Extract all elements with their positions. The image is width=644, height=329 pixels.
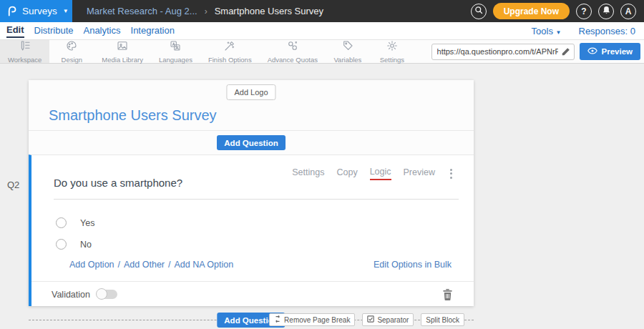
answer-option-row: No [56, 239, 92, 250]
nav-tab-distribute[interactable]: Distribute [34, 25, 74, 37]
upgrade-now-button[interactable]: Upgrade Now [493, 3, 570, 19]
topbar-actions: Upgrade Now ? A [471, 3, 644, 19]
chevron-down-icon: ▼ [63, 8, 69, 14]
tools-dropdown[interactable]: Tools ▼ [532, 26, 562, 36]
option-label[interactable]: Yes [80, 218, 94, 228]
split-block-button[interactable]: Split Block [421, 313, 464, 326]
delete-question-icon[interactable] [442, 288, 454, 301]
toolbar-item-label: Media Library [102, 56, 143, 64]
survey-title[interactable]: Smartphone Users Survey [49, 107, 217, 124]
separator-button[interactable]: Separator [362, 313, 414, 326]
checkbox-checked-icon [367, 315, 374, 324]
toolbar-item-label: Settings [380, 56, 404, 64]
breadcrumb-separator-icon: › [205, 6, 208, 16]
avatar[interactable]: A [620, 4, 636, 19]
settings-icon [386, 40, 398, 54]
product-label: Surveys [22, 6, 57, 16]
nav-tab-edit[interactable]: Edit [6, 24, 24, 38]
chevron-down-icon: ▼ [556, 29, 562, 36]
section-nav: Edit Distribute Analytics Integration To… [0, 22, 644, 40]
toolbar-item-variables[interactable]: Variables [326, 40, 370, 63]
design-icon [66, 40, 77, 54]
option-actions: Add Option / Add Other / Add NA Option [69, 260, 233, 270]
radio-button[interactable] [56, 217, 67, 228]
media-library-icon [117, 40, 128, 54]
split-block-label: Split Block [426, 316, 459, 324]
radio-button[interactable] [56, 239, 67, 250]
notifications-button[interactable] [598, 4, 614, 19]
link-separator: / [168, 260, 170, 270]
toolbar-item-design[interactable]: Design [49, 40, 94, 63]
preview-button[interactable]: Preview [580, 43, 640, 60]
breadcrumb-folder[interactable]: Market Research - Aug 2... [87, 6, 197, 16]
toolbar-item-label: Finish Options [208, 56, 252, 64]
survey-url-input[interactable] [431, 44, 575, 60]
toolbar-item-label: Design [62, 56, 83, 64]
remove-page-break-icon [274, 315, 281, 324]
validation-row: Validation [31, 281, 474, 307]
question-block: Settings Copy Logic Preview Do you use a… [29, 154, 474, 306]
responses-count[interactable]: Responses: 0 [579, 26, 636, 36]
toolbar-item-workspace[interactable]: Workspace [0, 40, 49, 63]
add-option-link[interactable]: Add Option [69, 260, 114, 270]
add-na-option-link[interactable]: Add NA Option [175, 260, 234, 270]
nav-tab-analytics[interactable]: Analytics [83, 25, 120, 37]
option-label[interactable]: No [80, 240, 92, 250]
languages-icon [170, 40, 181, 54]
help-icon: ? [581, 6, 586, 16]
toolbar-item-advance-quotas[interactable]: Advance Quotas [260, 40, 326, 63]
edit-options-in-bulk-link[interactable]: Edit Options in Bulk [374, 260, 452, 270]
search-icon [474, 6, 483, 16]
add-question-band: Add Question [29, 130, 474, 154]
top-bar: Surveys ▼ Market Research - Aug 2... › S… [0, 0, 644, 22]
variables-icon [342, 40, 353, 54]
remove-page-break-label: Remove Page Break [284, 316, 350, 324]
separator-label: Separator [377, 316, 409, 324]
product-switcher[interactable]: Surveys ▼ [0, 0, 72, 22]
toggle-knob [96, 288, 107, 300]
eye-icon [587, 47, 597, 56]
tools-label: Tools [532, 26, 553, 36]
toolbar-item-label: Languages [159, 56, 192, 64]
nav-right: Tools ▼ Responses: 0 [532, 26, 644, 36]
remove-page-break-button[interactable]: Remove Page Break [269, 313, 355, 326]
toolbar-item-finish-options[interactable]: Finish Options [200, 40, 260, 63]
toolbar-item-label: Workspace [8, 56, 42, 64]
toolbar-item-label: Advance Quotas [268, 56, 318, 64]
help-button[interactable]: ? [576, 4, 592, 19]
avatar-initial: A [625, 6, 632, 16]
survey-header-section: Add Logo Smartphone Users Survey [29, 80, 474, 130]
nav-tab-integration[interactable]: Integration [131, 25, 175, 37]
link-separator: / [118, 260, 120, 270]
breadcrumb: Market Research - Aug 2... › Smartphone … [87, 6, 323, 16]
answer-option-row: Yes [56, 217, 94, 228]
workspace-icon [19, 40, 31, 54]
breadcrumb-survey-name[interactable]: Smartphone Users Survey [215, 6, 323, 16]
edit-url-icon[interactable] [561, 46, 571, 57]
toolbar-item-media-library[interactable]: Media Library [94, 40, 151, 63]
preview-label: Preview [602, 47, 633, 56]
toolbar-item-label: Variables [333, 56, 361, 64]
validation-label: Validation [52, 290, 90, 300]
search-button[interactable] [471, 4, 487, 19]
toolbar-right: Preview [431, 40, 644, 63]
advance-quotas-icon [287, 40, 298, 54]
toolbar-item-settings[interactable]: Settings [370, 40, 414, 63]
add-logo-button[interactable]: Add Logo [226, 84, 275, 100]
questionpro-logo-icon [6, 4, 17, 19]
add-question-button-top[interactable]: Add Question [217, 135, 285, 150]
page-break-row: Add Question Remove Page Break Separator… [29, 313, 474, 328]
page-break-controls: Remove Page Break Separator Split Block [269, 313, 464, 326]
question-text[interactable]: Do you use a smartphone? [54, 177, 459, 200]
question-number: Q2 [7, 180, 19, 190]
survey-card: Add Logo Smartphone Users Survey Add Que… [29, 80, 474, 306]
editor-canvas: Q2 Add Logo Smartphone Users Survey Add … [0, 64, 644, 329]
finish-options-icon [224, 40, 235, 54]
validation-toggle[interactable] [97, 290, 117, 299]
editor-toolbar: Workspace Design Media Library Languages… [0, 40, 644, 64]
toolbar-item-languages[interactable]: Languages [151, 40, 200, 63]
survey-url-wrap [431, 44, 575, 60]
add-other-link[interactable]: Add Other [124, 260, 165, 270]
bell-icon [602, 6, 610, 16]
